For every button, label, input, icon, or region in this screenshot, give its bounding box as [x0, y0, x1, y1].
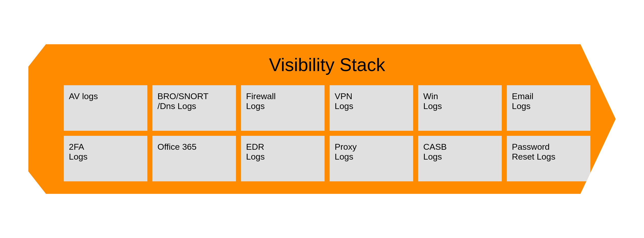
grid-item-edr-logs: EDR Logs	[241, 136, 325, 181]
grid-item-2fa-logs: 2FA Logs	[64, 136, 147, 181]
grid-item-vpn-logs: VPN Logs	[330, 85, 413, 131]
page-title: Visibility Stack	[59, 54, 595, 75]
grid-item-win-logs: Win Logs	[418, 85, 502, 131]
grid-item-password-reset-logs: Password Reset Logs	[507, 136, 590, 181]
grid-item-office-365: Office 365	[152, 136, 236, 181]
grid-item-bro-snort-dns: BRO/SNORT /Dns Logs	[152, 85, 236, 131]
grid-item-firewall-logs: Firewall Logs	[241, 85, 325, 131]
grid-item-proxy-logs: Proxy Logs	[330, 136, 413, 181]
grid-item-av-logs: AV logs	[64, 85, 147, 131]
visibility-stack-shape: Visibility Stack AV logs BRO/SNORT /Dns …	[28, 44, 616, 194]
items-grid: AV logs BRO/SNORT /Dns Logs Firewall Log…	[59, 85, 595, 181]
grid-item-casb-logs: CASB Logs	[418, 136, 502, 181]
outer-container: Visibility Stack AV logs BRO/SNORT /Dns …	[18, 39, 626, 199]
grid-item-email-logs: Email Logs	[507, 85, 590, 131]
